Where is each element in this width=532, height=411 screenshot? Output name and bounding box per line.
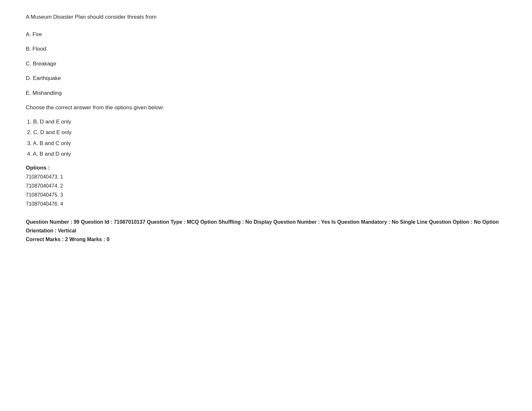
option-id-4: 71087040476. 4 — [26, 200, 506, 208]
choose-instruction: Choose the correct answer from the optio… — [26, 103, 506, 112]
answer-option-1[interactable]: 1. B, D and E only — [26, 118, 506, 126]
answer-option-4[interactable]: 4. A, B and D only — [26, 150, 506, 158]
option-d: D. Earthquake — [26, 74, 506, 83]
answer-options: 1. B, D and E only 2. C, D and E only 3.… — [26, 118, 506, 158]
option-id-1: 71087040473. 1 — [26, 173, 506, 181]
question-container: A Museum Disaster Plan should consider t… — [26, 13, 506, 244]
option-id-3: 71087040475. 3 — [26, 191, 506, 199]
metadata-line1: Question Number : 99 Question Id : 71087… — [26, 218, 506, 235]
answer-option-2[interactable]: 2. C, D and E only — [26, 128, 506, 137]
options-label: Options : — [26, 165, 506, 171]
option-e: E. Mishandling — [26, 89, 506, 97]
option-id-2: 71087040474. 2 — [26, 182, 506, 190]
option-c: C. Breakage — [26, 60, 506, 68]
metadata-block: Question Number : 99 Question Id : 71087… — [26, 218, 506, 244]
question-text: A Museum Disaster Plan should consider t… — [26, 13, 506, 21]
answer-option-3[interactable]: 3. A, B and C only — [26, 139, 506, 148]
metadata-line2: Correct Marks : 2 Wrong Marks : 0 — [26, 235, 506, 244]
option-a: A. Fire — [26, 30, 506, 39]
option-b: B. Flood — [26, 45, 506, 53]
